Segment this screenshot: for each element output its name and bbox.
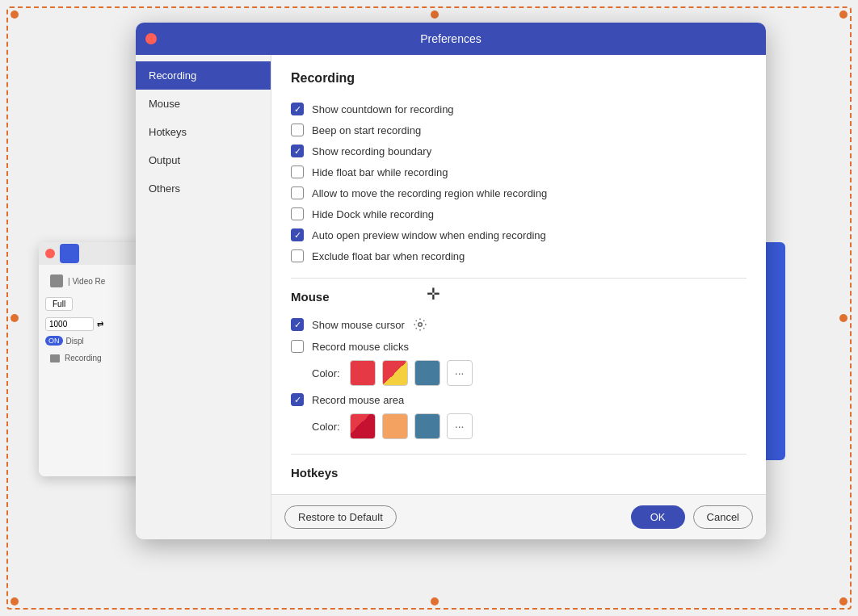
bg-app-icon: [60, 244, 79, 263]
option-record-clicks: Record mouse clicks: [291, 336, 747, 357]
bg-full-btn: Full: [45, 297, 73, 311]
gear-icon[interactable]: [413, 317, 427, 332]
area-color-more[interactable]: ···: [447, 413, 473, 439]
cb-record-area[interactable]: [291, 393, 304, 406]
label-record-area: Record mouse area: [312, 394, 404, 406]
area-color-row: Color: ···: [291, 410, 747, 442]
label-hide-float-bar: Hide float bar while recording: [312, 166, 448, 178]
cb-allow-move[interactable]: [291, 186, 304, 199]
bg-close-dot: [45, 249, 55, 258]
dialog-titlebar: Preferences: [136, 23, 766, 55]
sidebar-item-others[interactable]: Others: [136, 174, 271, 203]
cb-beep-on-start[interactable]: [291, 124, 304, 136]
area-color-blue[interactable]: [414, 413, 440, 439]
area-color-yellow[interactable]: [382, 413, 408, 439]
area-color-red[interactable]: [350, 413, 376, 439]
option-beep-on-start: Beep on start recording: [291, 119, 747, 140]
cb-show-boundary[interactable]: [291, 145, 304, 157]
option-show-countdown: Show countdown for recording: [291, 98, 747, 119]
corner-dot-ml: [11, 314, 19, 322]
sidebar-item-recording[interactable]: Recording: [136, 61, 271, 90]
label-show-cursor: Show mouse cursor: [312, 319, 405, 331]
bg-nav-label: | Video Re: [68, 277, 105, 286]
sidebar-others-label: Others: [149, 182, 180, 195]
recording-section-title: Recording: [291, 71, 747, 86]
cb-show-cursor[interactable]: [291, 318, 304, 331]
bg-list-icon-shape: [50, 354, 60, 362]
cb-record-clicks[interactable]: [291, 340, 304, 353]
corner-dot-tl: [11, 10, 19, 19]
clicks-color-label: Color:: [312, 367, 340, 379]
bg-input-box: 1000: [45, 317, 94, 331]
restore-default-button[interactable]: Restore to Default: [284, 505, 397, 529]
hotkeys-section-title: Hotkeys: [291, 466, 747, 480]
section-divider-mouse: [291, 278, 747, 279]
option-hide-float-bar: Hide float bar while recording: [291, 161, 747, 182]
content-scroll[interactable]: Recording Show countdown for recording B…: [271, 55, 766, 494]
dialog-body: Recording Mouse Hotkeys Output Others Re…: [136, 55, 766, 539]
option-show-cursor: Show mouse cursor: [291, 313, 747, 336]
preferences-dialog: Preferences Recording Mouse Hotkeys Outp…: [136, 23, 766, 539]
sidebar-output-label: Output: [149, 154, 180, 166]
mouse-title-text: Mouse: [291, 290, 330, 304]
label-exclude-float-bar: Exclude float bar when recording: [312, 250, 465, 262]
bg-recording-label: Recording: [65, 354, 102, 362]
content-area: Recording Show countdown for recording B…: [271, 55, 766, 539]
option-record-area: Record mouse area: [291, 389, 747, 410]
dialog-title: Preferences: [420, 32, 481, 45]
cb-exclude-float-bar[interactable]: [291, 249, 304, 262]
mouse-section-title: Mouse: [291, 290, 747, 304]
label-show-countdown: Show countdown for recording: [312, 103, 454, 115]
sidebar-recording-label: Recording: [149, 69, 196, 82]
footer-right-buttons: OK Cancel: [631, 505, 753, 529]
cb-hide-dock[interactable]: [291, 207, 304, 220]
dialog-footer: Restore to Default OK Cancel: [271, 494, 766, 539]
label-allow-move: Allow to move the recording region while…: [312, 187, 547, 199]
cb-hide-float-bar[interactable]: [291, 166, 304, 178]
corner-dot-tc: [431, 10, 439, 19]
cb-show-countdown[interactable]: [291, 103, 304, 115]
bg-arrow-icon: ⇄: [97, 320, 103, 329]
section-divider-hotkeys: [291, 454, 747, 455]
dialog-close-button[interactable]: [145, 33, 157, 44]
corner-dot-mr: [839, 314, 847, 322]
area-color-label: Color:: [312, 421, 340, 433]
clicks-color-row: Color: ···: [291, 357, 747, 389]
label-beep-on-start: Beep on start recording: [312, 124, 421, 136]
option-exclude-float-bar: Exclude float bar when recording: [291, 245, 747, 266]
option-show-boundary: Show recording boundary: [291, 140, 747, 161]
clicks-color-more[interactable]: ···: [447, 360, 473, 386]
clicks-color-red[interactable]: [350, 360, 376, 386]
sidebar: Recording Mouse Hotkeys Output Others: [136, 55, 271, 539]
svg-point-0: [418, 323, 423, 327]
sidebar-item-hotkeys[interactable]: Hotkeys: [136, 118, 271, 146]
bg-home-icon: [50, 274, 63, 287]
sidebar-mouse-label: Mouse: [149, 98, 180, 110]
label-show-boundary: Show recording boundary: [312, 145, 431, 157]
sidebar-item-output[interactable]: Output: [136, 146, 271, 174]
bg-toggle-label: Displ: [66, 337, 84, 346]
corner-dot-tr: [839, 10, 847, 19]
cancel-button[interactable]: Cancel: [693, 505, 753, 529]
clicks-color-blue[interactable]: [414, 360, 440, 386]
label-record-clicks: Record mouse clicks: [312, 341, 409, 353]
option-auto-open-preview: Auto open preview window when ending rec…: [291, 224, 747, 245]
sidebar-hotkeys-label: Hotkeys: [149, 126, 187, 138]
label-hide-dock: Hide Dock while recording: [312, 208, 434, 220]
ok-button[interactable]: OK: [631, 505, 685, 529]
corner-dot-bc: [431, 597, 439, 606]
label-auto-open-preview: Auto open preview window when ending rec…: [312, 229, 546, 241]
option-allow-move: Allow to move the recording region while…: [291, 182, 747, 203]
clicks-color-yellow[interactable]: [382, 360, 408, 386]
bg-toggle: ON: [45, 336, 63, 346]
corner-dot-bl: [11, 597, 19, 606]
sidebar-item-mouse[interactable]: Mouse: [136, 90, 271, 118]
cb-auto-open-preview[interactable]: [291, 228, 304, 241]
option-hide-dock: Hide Dock while recording: [291, 203, 747, 224]
corner-dot-br: [839, 597, 847, 606]
